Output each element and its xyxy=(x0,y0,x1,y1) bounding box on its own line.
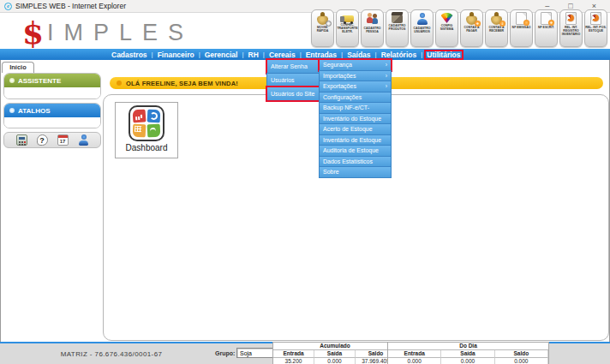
table-title: Acumulado xyxy=(273,343,397,350)
table-cell: 0.000 xyxy=(314,358,356,364)
dropdown-item-usuarios-do-site[interactable]: Usuários do Site xyxy=(266,87,320,101)
table-cell: 0.000 xyxy=(441,358,494,364)
toolbar-button-cadastro-pessoa[interactable]: CADASTRO PESSOA xyxy=(361,9,384,47)
submenu-item-auditoria-de-estoque[interactable]: Auditoria de Estoque xyxy=(319,145,392,157)
submenu-item-sobre[interactable]: Sobre xyxy=(319,166,392,178)
dollar-logo-glyph: $ xyxy=(22,15,44,51)
logo-text: IMPLES xyxy=(47,20,194,45)
money-bag-clock-icon xyxy=(317,15,328,25)
group-label: Grupo: xyxy=(215,350,235,356)
submenu-item-inventario-de-estoque[interactable]: Inventário de Estoque xyxy=(319,134,392,146)
atalhos-panel-header[interactable]: ATALHOS xyxy=(4,104,100,117)
table-cell: 0.000 xyxy=(495,358,548,364)
bullet-icon xyxy=(9,108,15,113)
menu-utilitarios[interactable]: Utilitários xyxy=(425,51,462,59)
column-header: Entrada xyxy=(388,350,441,358)
tab-inicio[interactable]: Início xyxy=(2,62,34,73)
user-icon xyxy=(416,12,429,26)
submenu-item-acerto-de-estoque[interactable]: Acerto de Estoque xyxy=(319,123,392,135)
dashboard-shortcut[interactable]: Dashboard xyxy=(115,102,178,158)
menu-rh[interactable]: RH xyxy=(247,51,260,59)
dropdown-item-usuarios[interactable]: Usuários xyxy=(266,73,320,87)
dropdown-item-alterar-senha[interactable]: Alterar Senha xyxy=(266,59,320,74)
menu-cereais[interactable]: Cereais xyxy=(267,51,297,59)
submenu-item-seguranca[interactable]: Segurança › xyxy=(319,59,392,71)
utilitarios-dropdown: Alterar Senha Usuários Usuários do Site xyxy=(266,60,320,101)
utilitarios-submenu: Segurança › Importações › Exportações › … xyxy=(319,60,392,178)
submenu-item-configuracoes[interactable]: Configurações xyxy=(319,92,392,104)
menu-saidas[interactable]: Saídas xyxy=(345,51,372,59)
toolbar-button-rel-pos-estoque[interactable]: REL. INT. POS. ESTOQUE xyxy=(584,9,607,47)
profile-icon[interactable] xyxy=(78,134,89,146)
document-plus-icon xyxy=(541,12,552,25)
toolbar-button-cadastro-usuarios[interactable]: CADASTRO USUÁRIOS xyxy=(410,9,434,47)
toolbar-button-rel-registro-inventario[interactable]: REL. INT. REGISTRO INVENTÁRIO xyxy=(559,9,583,47)
quick-access-toolbar: MOVIM. RÁPIDA CONHEC. TRANSPORTE ELETR. … xyxy=(311,9,607,47)
assistente-panel: ASSISTENTE xyxy=(3,73,101,99)
calendar-icon[interactable]: 17 xyxy=(57,134,69,146)
column-header: Saída xyxy=(441,350,494,358)
menu-financeiro[interactable]: Financeiro xyxy=(156,51,196,59)
simples-logo: $IMPLES xyxy=(22,15,194,51)
toolbar-button-contas-a-receber[interactable]: CONTAS A RECEBER xyxy=(485,9,508,47)
status-bar: MATRIZ - 76.676.436/0001-67 Grupo: Soja … xyxy=(0,343,610,364)
palette-icon xyxy=(441,13,453,23)
truck-icon xyxy=(342,15,354,22)
package-icon xyxy=(392,15,403,23)
table-cell: 35.200 xyxy=(273,358,314,364)
group-select-value: Soja xyxy=(240,350,252,356)
calculator-icon[interactable] xyxy=(16,134,27,146)
company-info: MATRIZ - 76.676.436/0001-67 xyxy=(34,350,188,358)
money-bag-plus-icon xyxy=(466,15,477,25)
menu-relatorios[interactable]: Relatórios xyxy=(380,51,419,59)
toolbar-button-cadastro-produtos[interactable]: CADASTRO PRODUTOS xyxy=(386,9,409,47)
pie-report-icon xyxy=(565,12,577,25)
table-title: Do Dia xyxy=(388,343,548,350)
submenu-item-exportacoes[interactable]: Exportações › xyxy=(319,81,392,92)
submenu-arrow-icon: › xyxy=(386,81,387,92)
dashboard-icon xyxy=(129,105,164,141)
submenu-arrow-icon: › xyxy=(386,60,387,70)
submenu-item-dados-estatisticos[interactable]: Dados Estatísticos xyxy=(319,156,392,168)
atalhos-panel-body xyxy=(4,117,100,128)
toolbar-button-conhec-transporte[interactable]: CONHEC. TRANSPORTE ELETR. xyxy=(336,9,359,47)
assistente-panel-header[interactable]: ASSISTENTE xyxy=(4,74,100,87)
menu-entradas[interactable]: Entradas xyxy=(304,51,338,59)
submenu-item-inventario-do-estoque[interactable]: Inventário do Estoque xyxy=(319,113,392,125)
bullet-icon xyxy=(9,78,15,83)
toolbar-button-config-sistema[interactable]: CONFIG SISTEMA xyxy=(435,9,458,47)
assistente-panel-body xyxy=(4,87,100,98)
menu-gerencial[interactable]: Gerencial xyxy=(203,51,240,59)
column-header: Entrada xyxy=(273,350,314,358)
submenu-arrow-icon: › xyxy=(386,71,387,81)
welcome-text: OLÁ FREELINE, SEJA BEM VINDA! xyxy=(126,80,238,87)
internet-explorer-icon: e xyxy=(4,3,12,10)
toolbar-button-contas-a-pagar[interactable]: CONTAS A PAGAR xyxy=(460,9,483,47)
do-dia-table: Do Dia Entrada Saída Saldo 0.000 0.000 0… xyxy=(387,342,549,364)
people-icon xyxy=(366,12,380,26)
header: $IMPLES MOVIM. RÁPIDA CONHEC. TRANSPORTE… xyxy=(0,13,610,49)
acumulado-table: Acumulado Entrada Saída Saldo 35.200 0.0… xyxy=(272,342,398,364)
sidebar: ASSISTENTE ATALHOS 17 xyxy=(3,73,101,148)
document-icon xyxy=(516,12,527,25)
help-icon[interactable] xyxy=(37,134,48,146)
toolbar-button-nf-emissao[interactable]: NF EMISSÃO xyxy=(510,9,533,47)
menu-cadastros[interactable]: Cadastros xyxy=(110,51,149,59)
toolbar-button-movim-rapida[interactable]: MOVIM. RÁPIDA xyxy=(311,9,334,47)
app-window: e SIMPLES WEB - Internet Explorer – □ × … xyxy=(0,0,610,364)
toolbar-button-nf-escrit[interactable]: NF ESCRIT. xyxy=(535,9,558,47)
window-title: SIMPLES WEB - Internet Explorer xyxy=(15,2,126,10)
table-cell: 0.000 xyxy=(388,358,441,364)
dashboard-label: Dashboard xyxy=(116,143,177,152)
column-header: Saldo xyxy=(495,350,548,358)
submenu-item-backup-nfe[interactable]: Backup NF-e/CT-e/MDF-e xyxy=(319,102,392,114)
column-header: Saída xyxy=(314,350,356,358)
money-bag-down-icon xyxy=(491,15,502,25)
pie-report-icon xyxy=(590,12,601,25)
sidebar-icon-bar: 17 xyxy=(3,132,101,148)
submenu-item-importacoes[interactable]: Importações › xyxy=(319,70,392,82)
atalhos-panel: ATALHOS xyxy=(3,103,101,128)
